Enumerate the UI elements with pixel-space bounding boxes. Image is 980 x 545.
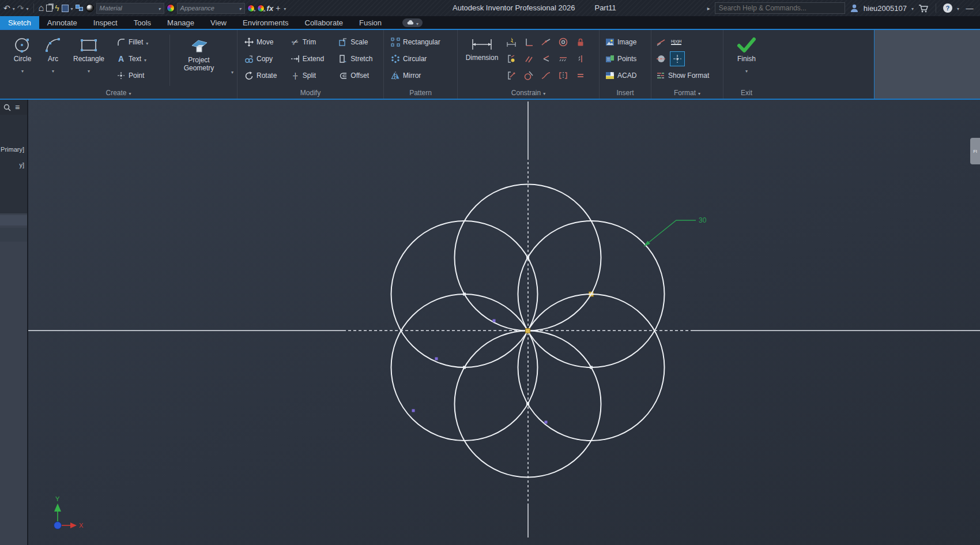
help-search-box[interactable]: [715, 2, 845, 14]
sketch-point[interactable]: [435, 358, 438, 360]
appearance-combobox[interactable]: Appearance: [177, 3, 245, 14]
driven-dimension-icon[interactable]: H(x)H: [671, 39, 681, 45]
browser-search-icon[interactable]: [3, 104, 11, 111]
undo-icon[interactable]: ↶: [3, 4, 10, 12]
assembly-cubes-icon[interactable]: [76, 5, 84, 12]
measure-plus-icon[interactable]: +: [276, 4, 280, 12]
material-combobox[interactable]: Material: [96, 3, 164, 14]
collapsed-side-tab[interactable]: Fl: [970, 138, 980, 164]
tab-collaborate[interactable]: Collaborate: [297, 16, 352, 29]
format-panel-label[interactable]: Format: [651, 87, 723, 99]
constraint-settings-icon[interactable]: [503, 50, 519, 67]
text-dropdown-icon[interactable]: [144, 54, 146, 64]
symmetric-constraint-icon[interactable]: [555, 67, 571, 84]
circular-pattern-button[interactable]: Circular: [389, 50, 453, 67]
extend-button[interactable]: Extend: [288, 50, 337, 67]
document-dropdown-icon[interactable]: [71, 4, 73, 12]
dimension-button[interactable]: Dimension: [461, 33, 503, 87]
sketch-canvas[interactable]: 30YX ≡ Primary] y] Fl: [0, 100, 980, 545]
tab-annotate[interactable]: Annotate: [39, 16, 85, 29]
smooth-constraint-icon[interactable]: [537, 67, 554, 84]
perpendicular-constraint-icon[interactable]: [520, 33, 537, 50]
automatic-dimension-icon[interactable]: [503, 33, 519, 50]
rectangle-button[interactable]: Rectangle: [67, 33, 111, 87]
redo-icon[interactable]: ↷: [17, 4, 24, 12]
undo-dropdown-icon[interactable]: [13, 4, 15, 12]
arc-dropdown-icon[interactable]: [52, 65, 54, 75]
adjust-color-add-icon[interactable]: +: [247, 5, 255, 12]
show-format-button[interactable]: Show Format: [654, 67, 722, 84]
document-icon[interactable]: [62, 5, 69, 12]
color-wheel-icon[interactable]: [167, 4, 175, 12]
search-input[interactable]: [719, 4, 841, 12]
parallel-constraint-icon[interactable]: [520, 50, 537, 67]
local-update-icon[interactable]: ϟ: [55, 4, 59, 12]
tab-environments[interactable]: Environments: [235, 16, 296, 29]
fillet-button[interactable]: Fillet: [114, 33, 168, 50]
move-button[interactable]: Move: [242, 33, 288, 50]
constrain-panel-label[interactable]: Constrain: [458, 87, 599, 99]
browser-row-highlight[interactable]: [0, 215, 27, 225]
tab-tools[interactable]: Tools: [126, 16, 159, 29]
sketch-origin-point[interactable]: [526, 329, 530, 333]
copy-icon[interactable]: [46, 5, 52, 12]
tab-view[interactable]: View: [202, 16, 235, 29]
center-point-toggle[interactable]: [670, 51, 685, 66]
tab-inspect[interactable]: Inspect: [85, 16, 126, 29]
coincident-constraint-icon[interactable]: [537, 33, 554, 50]
collinear-constraint-icon[interactable]: [537, 50, 554, 67]
minimize-button[interactable]: —: [964, 4, 975, 13]
create-panel-label[interactable]: Create: [0, 87, 237, 99]
sketch-point[interactable]: [412, 409, 415, 412]
equal-constraint-icon[interactable]: [572, 67, 589, 84]
redo-dropdown-icon[interactable]: [26, 4, 28, 12]
arc-button[interactable]: Arc: [39, 33, 67, 87]
image-button[interactable]: Image: [603, 33, 649, 50]
sketch-point[interactable]: [493, 320, 496, 322]
construction-icon[interactable]: [656, 37, 665, 47]
point-button[interactable]: Point: [114, 67, 168, 84]
browser-tree-item[interactable]: Primary]: [1, 146, 24, 153]
browser-tree-item[interactable]: y]: [19, 161, 24, 168]
offset-button[interactable]: Offset: [336, 67, 383, 84]
browser-menu-icon[interactable]: ≡: [15, 103, 20, 111]
project-geometry-dropdown-icon[interactable]: [231, 66, 233, 76]
rectangle-dropdown-icon[interactable]: [88, 65, 90, 75]
dimension-leader[interactable]: [644, 220, 696, 246]
fix-lock-constraint-icon[interactable]: [572, 33, 589, 50]
text-button[interactable]: A Text: [114, 50, 168, 67]
adjust-color-clear-icon[interactable]: ×: [257, 5, 265, 12]
fillet-dropdown-icon[interactable]: [146, 37, 148, 47]
copy-button[interactable]: Copy: [242, 50, 288, 67]
tab-sketch[interactable]: Sketch: [0, 16, 39, 29]
home-icon[interactable]: ⌂: [39, 3, 44, 13]
stretch-button[interactable]: Stretch: [336, 50, 383, 67]
search-expand-icon[interactable]: ▸: [707, 5, 710, 12]
help-icon[interactable]: ?: [943, 3, 952, 13]
tangent-constraint-icon[interactable]: [520, 67, 537, 84]
cart-icon[interactable]: [918, 4, 929, 13]
split-button[interactable]: -|- Split: [288, 67, 337, 84]
centerline-icon[interactable]: [656, 54, 665, 63]
rotate-button[interactable]: Rotate: [242, 67, 288, 84]
qat-customize-icon[interactable]: [284, 4, 286, 12]
horizontal-constraint-icon[interactable]: [555, 50, 571, 67]
circle-button[interactable]: Circle: [6, 33, 39, 87]
trim-button[interactable]: ✂ Trim: [288, 33, 337, 50]
show-constraints-icon[interactable]: [503, 67, 519, 84]
points-button[interactable]: Points: [603, 50, 649, 67]
tab-manage[interactable]: Manage: [159, 16, 202, 29]
appearance-sphere-icon[interactable]: [86, 4, 94, 12]
finish-sketch-button[interactable]: Finish: [726, 33, 767, 87]
parameters-fx-icon[interactable]: fx: [267, 4, 274, 13]
user-menu-caret-icon[interactable]: [911, 4, 914, 12]
circle-dropdown-icon[interactable]: [21, 65, 24, 75]
mirror-button[interactable]: Mirror: [389, 67, 453, 84]
browser-row[interactable]: [0, 228, 27, 242]
cloud-status-button[interactable]: [402, 18, 423, 27]
scale-button[interactable]: Scale: [336, 33, 383, 50]
project-geometry-button[interactable]: Project Geometry: [171, 33, 227, 87]
username[interactable]: hieu2005107: [864, 4, 907, 13]
sketch-point[interactable]: [545, 421, 548, 424]
tab-fusion[interactable]: Fusion: [351, 16, 390, 29]
